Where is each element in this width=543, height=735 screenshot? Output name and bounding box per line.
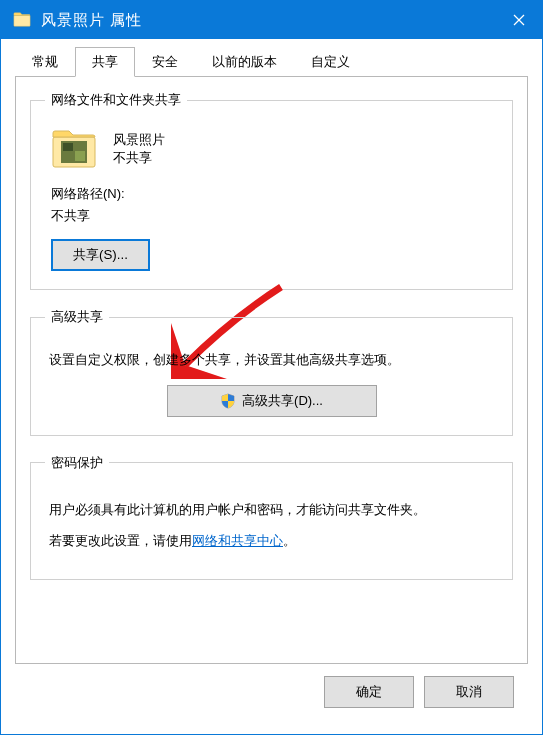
group-password-protection: 密码保护 用户必须具有此计算机的用户帐户和密码，才能访问共享文件夹。 若要更改此… bbox=[30, 454, 513, 580]
folder-icon bbox=[13, 11, 31, 29]
password-protection-line2: 若要更改此设置，请使用网络和共享中心。 bbox=[49, 529, 494, 552]
tab-custom[interactable]: 自定义 bbox=[294, 47, 367, 77]
window-title: 风景照片 属性 bbox=[41, 11, 142, 30]
advanced-share-button-label: 高级共享(D)... bbox=[242, 392, 323, 410]
advanced-sharing-description: 设置自定义权限，创建多个共享，并设置其他高级共享选项。 bbox=[49, 350, 494, 371]
password-protection-line1: 用户必须具有此计算机的用户帐户和密码，才能访问共享文件夹。 bbox=[49, 498, 494, 521]
group-advanced-sharing: 高级共享 设置自定义权限，创建多个共享，并设置其他高级共享选项。 bbox=[30, 308, 513, 436]
tab-previous-versions[interactable]: 以前的版本 bbox=[195, 47, 294, 77]
group-legend: 密码保护 bbox=[45, 454, 109, 472]
tab-share[interactable]: 共享 bbox=[75, 47, 135, 77]
group-network-sharing: 网络文件和文件夹共享 风景照片 不共享 bbox=[30, 91, 513, 290]
tab-panel-share: 网络文件和文件夹共享 风景照片 不共享 bbox=[15, 76, 528, 664]
text-run: 若要更改此设置，请使用 bbox=[49, 533, 192, 548]
folder-share-status: 不共享 bbox=[113, 149, 165, 167]
ok-button[interactable]: 确定 bbox=[324, 676, 414, 708]
cancel-button[interactable]: 取消 bbox=[424, 676, 514, 708]
folder-name: 风景照片 bbox=[113, 131, 165, 149]
group-legend: 网络文件和文件夹共享 bbox=[45, 91, 187, 109]
advanced-share-button[interactable]: 高级共享(D)... bbox=[167, 385, 377, 417]
network-path-label: 网络路径(N): bbox=[51, 185, 498, 203]
svg-rect-5 bbox=[63, 143, 73, 151]
text-run: 。 bbox=[283, 533, 296, 548]
tab-strip: 常规 共享 安全 以前的版本 自定义 bbox=[15, 47, 528, 77]
uac-shield-icon bbox=[220, 393, 236, 409]
client-area: 常规 共享 安全 以前的版本 自定义 网络文件和文件夹共享 bbox=[1, 39, 542, 734]
group-legend: 高级共享 bbox=[45, 308, 109, 326]
network-sharing-center-link[interactable]: 网络和共享中心 bbox=[192, 533, 283, 548]
titlebar[interactable]: 风景照片 属性 bbox=[1, 1, 542, 39]
folder-thumbnail-icon bbox=[51, 127, 97, 171]
properties-dialog: 风景照片 属性 常规 共享 安全 以前的版本 自定义 网络文件和文件夹共享 bbox=[0, 0, 543, 735]
close-icon bbox=[513, 14, 525, 26]
close-button[interactable] bbox=[496, 1, 542, 39]
share-button[interactable]: 共享(S)... bbox=[51, 239, 150, 271]
tab-security[interactable]: 安全 bbox=[135, 47, 195, 77]
svg-rect-0 bbox=[14, 16, 30, 27]
network-path-value: 不共享 bbox=[51, 207, 498, 225]
dialog-footer: 确定 取消 bbox=[15, 664, 528, 720]
svg-rect-6 bbox=[75, 151, 85, 161]
tab-general[interactable]: 常规 bbox=[15, 47, 75, 77]
